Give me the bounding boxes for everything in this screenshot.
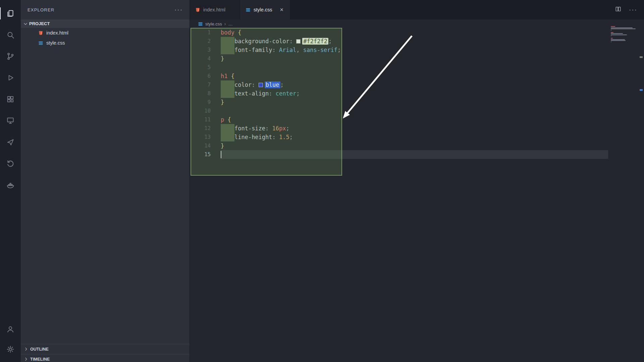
minimap-line: [611, 42, 611, 42]
explorer-icon: [6, 9, 15, 18]
line-number[interactable]: 4: [190, 54, 221, 63]
sidebar-header: EXPLORER ···: [21, 0, 190, 19]
breadcrumb: style.css › …: [190, 19, 644, 28]
breadcrumb-tail[interactable]: …: [228, 21, 233, 26]
code-line-4[interactable]: 4}: [190, 54, 608, 63]
chevron-down-icon: [23, 21, 28, 26]
code-text: }: [221, 141, 224, 150]
editor-more-actions-icon[interactable]: ···: [629, 8, 637, 11]
minimap-line: [611, 31, 638, 32]
code-line-14[interactable]: 14}: [190, 141, 608, 150]
breadcrumb-file[interactable]: style.css: [205, 21, 222, 26]
activity-item-explorer[interactable]: [0, 3, 21, 24]
settings-icon: [6, 345, 15, 354]
activity-item-accounts[interactable]: [0, 319, 21, 339]
section-label: PROJECT: [29, 21, 50, 26]
code-line-2[interactable]: 2 background-color: #f2f2f2;: [190, 37, 608, 46]
file-list: index.htmlstyle.css: [21, 28, 190, 48]
line-number[interactable]: 2: [190, 37, 221, 46]
minimap-line: [611, 40, 626, 41]
line-number[interactable]: 7: [190, 80, 221, 89]
text-cursor: [221, 151, 221, 158]
file-name: style.css: [46, 40, 65, 46]
code-line-10[interactable]: 10: [190, 107, 608, 115]
minimap-line: [611, 27, 633, 28]
tab-index.html[interactable]: index.html: [190, 0, 240, 19]
activity-item-run-debug[interactable]: [0, 67, 21, 88]
sidebar-title: EXPLORER: [28, 7, 54, 12]
activity-bar-top: [0, 0, 21, 196]
line-number[interactable]: 14: [190, 141, 221, 150]
line-number[interactable]: 6: [190, 72, 221, 80]
activity-item-refresh[interactable]: [0, 153, 21, 174]
panel-outline[interactable]: OUTLINE: [21, 344, 190, 354]
refresh-icon: [6, 159, 15, 168]
line-number[interactable]: 3: [190, 46, 221, 54]
code-text: p {: [221, 115, 231, 124]
tab-style.css[interactable]: style.css×: [240, 0, 290, 19]
minimap[interactable]: [609, 21, 638, 44]
activity-item-live-share[interactable]: [0, 131, 21, 153]
code-line-8[interactable]: 8 text-align: center;: [190, 89, 608, 98]
code-text: body {: [221, 28, 241, 37]
code-line-12[interactable]: 12 font-size: 16px;: [190, 124, 608, 133]
code-text: text-align: center;: [221, 89, 300, 98]
code-line-6[interactable]: 6h1 {: [190, 72, 608, 80]
activity-item-search[interactable]: [0, 24, 21, 46]
code-line-9[interactable]: 9}: [190, 98, 608, 107]
line-number[interactable]: 8: [190, 89, 221, 98]
line-number[interactable]: 11: [190, 115, 221, 124]
line-number[interactable]: 5: [190, 63, 221, 72]
line-number[interactable]: 1: [190, 28, 221, 37]
code-line-13[interactable]: 13 line-height: 1.5;: [190, 133, 608, 141]
code-line-3[interactable]: 3 font-family: Arial, sans-serif;: [190, 46, 608, 54]
line-number[interactable]: 15: [190, 150, 221, 159]
html-file-icon: [195, 7, 200, 12]
file-item-style.css[interactable]: style.css: [21, 38, 190, 48]
activity-item-settings[interactable]: [0, 339, 21, 359]
line-number[interactable]: 10: [190, 107, 221, 115]
sidebar-panels: OUTLINETIMELINE: [21, 344, 190, 362]
minimap-line: [611, 32, 613, 33]
remote-explorer-icon: [6, 116, 15, 125]
explorer-more-actions-icon[interactable]: ···: [174, 8, 183, 11]
code-line-1[interactable]: 1body {: [190, 28, 608, 37]
code-line-11[interactable]: 11p {: [190, 115, 608, 124]
color-swatch-blue-icon[interactable]: [259, 83, 263, 87]
section-project[interactable]: PROJECT: [21, 19, 190, 28]
activity-item-docker[interactable]: [0, 174, 21, 196]
chevron-right-icon: [23, 347, 29, 352]
line-number[interactable]: 12: [190, 124, 221, 133]
code-area[interactable]: 1body {2 background-color: #f2f2f2;3 fon…: [190, 28, 608, 362]
tabs: index.htmlstyle.css×: [190, 0, 290, 19]
activity-item-extensions[interactable]: [0, 88, 21, 110]
code-line-15[interactable]: 15: [190, 150, 608, 159]
css-file-icon: [198, 21, 203, 26]
line-number[interactable]: 9: [190, 98, 221, 107]
overview-ruler: [638, 19, 644, 362]
minimap-line: [611, 37, 638, 38]
docker-icon: [6, 181, 15, 189]
code-text: background-color: #f2f2f2;: [221, 37, 332, 46]
panel-timeline[interactable]: TIMELINE: [21, 354, 190, 362]
source-control-icon: [6, 52, 15, 61]
explorer-sidebar: EXPLORER ··· PROJECT index.htmlstyle.css…: [21, 0, 190, 362]
code-text: }: [221, 98, 224, 107]
code-line-5[interactable]: 5: [190, 63, 608, 72]
tab-label: index.html: [203, 7, 225, 12]
extensions-icon: [6, 95, 15, 104]
code-line-7[interactable]: 7 color: blue;: [190, 80, 608, 89]
code-text: font-size: 16px;: [221, 124, 289, 133]
color-swatch-light-icon[interactable]: [296, 39, 301, 44]
split-editor-icon[interactable]: [615, 6, 622, 14]
minimap-line: [611, 43, 638, 43]
code-lines: 1body {2 background-color: #f2f2f2;3 fon…: [190, 28, 608, 159]
line-number[interactable]: 13: [190, 133, 221, 141]
close-icon[interactable]: ×: [280, 6, 284, 13]
panel-label: OUTLINE: [30, 347, 49, 352]
activity-item-remote-explorer[interactable]: [0, 110, 21, 131]
minimap-line: [611, 38, 613, 39]
activity-item-source-control[interactable]: [0, 46, 21, 67]
file-item-index.html[interactable]: index.html: [21, 28, 190, 38]
run-debug-icon: [6, 73, 15, 82]
